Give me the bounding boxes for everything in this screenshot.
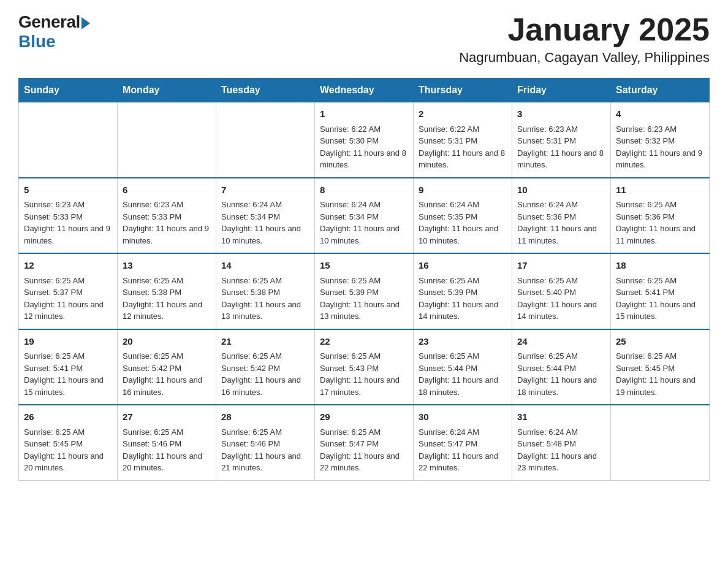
day-number: 11 [616,183,704,197]
page-title: January 2025 [459,12,710,47]
calendar-cell: 18Sunrise: 6:25 AM Sunset: 5:41 PM Dayli… [611,253,710,329]
calendar-cell: 29Sunrise: 6:25 AM Sunset: 5:47 PM Dayli… [315,405,414,480]
day-number: 17 [517,259,605,273]
calendar-cell: 21Sunrise: 6:25 AM Sunset: 5:42 PM Dayli… [216,329,315,405]
day-info: Sunrise: 6:24 AM Sunset: 5:36 PM Dayligh… [517,199,605,247]
calendar-cell: 10Sunrise: 6:24 AM Sunset: 5:36 PM Dayli… [512,178,611,254]
day-info: Sunrise: 6:25 AM Sunset: 5:37 PM Dayligh… [24,275,112,323]
calendar-cell: 28Sunrise: 6:25 AM Sunset: 5:46 PM Dayli… [216,405,315,480]
calendar-cell [118,102,216,178]
calendar-cell [19,102,118,178]
logo-blue-text: Blue [18,32,56,52]
calendar-cell: 13Sunrise: 6:25 AM Sunset: 5:38 PM Dayli… [118,253,216,329]
calendar-cell: 16Sunrise: 6:25 AM Sunset: 5:39 PM Dayli… [414,253,512,329]
calendar-cell: 19Sunrise: 6:25 AM Sunset: 5:41 PM Dayli… [19,329,118,405]
day-info: Sunrise: 6:24 AM Sunset: 5:35 PM Dayligh… [419,199,507,247]
calendar-week-1: 1Sunrise: 6:22 AM Sunset: 5:30 PM Daylig… [19,102,710,178]
day-number: 29 [320,410,408,424]
day-number: 30 [419,410,507,424]
calendar-cell [216,102,315,178]
title-block: January 2025 Nagrumbuan, Cagayan Valley,… [459,12,710,66]
day-info: Sunrise: 6:25 AM Sunset: 5:41 PM Dayligh… [616,275,704,323]
calendar-cell: 27Sunrise: 6:25 AM Sunset: 5:46 PM Dayli… [118,405,216,480]
calendar-week-3: 12Sunrise: 6:25 AM Sunset: 5:37 PM Dayli… [19,253,710,329]
day-info: Sunrise: 6:22 AM Sunset: 5:30 PM Dayligh… [320,123,408,171]
day-info: Sunrise: 6:24 AM Sunset: 5:47 PM Dayligh… [419,426,507,474]
day-number: 20 [123,335,211,349]
calendar-header-sunday: Sunday [19,79,118,102]
day-info: Sunrise: 6:23 AM Sunset: 5:32 PM Dayligh… [616,123,704,171]
calendar-cell [611,405,710,480]
day-number: 4 [616,107,704,121]
logo: General Blue [18,12,90,52]
calendar-cell: 3Sunrise: 6:23 AM Sunset: 5:31 PM Daylig… [512,102,611,178]
calendar-week-4: 19Sunrise: 6:25 AM Sunset: 5:41 PM Dayli… [19,329,710,405]
calendar-cell: 30Sunrise: 6:24 AM Sunset: 5:47 PM Dayli… [414,405,512,480]
day-number: 19 [24,335,112,349]
logo-arrow-icon [82,17,90,29]
day-number: 22 [320,335,408,349]
day-info: Sunrise: 6:25 AM Sunset: 5:44 PM Dayligh… [517,350,605,398]
calendar-week-5: 26Sunrise: 6:25 AM Sunset: 5:45 PM Dayli… [19,405,710,480]
day-number: 24 [517,335,605,349]
day-info: Sunrise: 6:25 AM Sunset: 5:36 PM Dayligh… [616,199,704,247]
calendar-cell: 8Sunrise: 6:24 AM Sunset: 5:34 PM Daylig… [315,178,414,254]
day-number: 15 [320,259,408,273]
calendar-header-saturday: Saturday [611,79,710,102]
day-number: 23 [419,335,507,349]
page-location: Nagrumbuan, Cagayan Valley, Philippines [459,50,710,66]
calendar-cell: 6Sunrise: 6:23 AM Sunset: 5:33 PM Daylig… [118,178,216,254]
calendar-header-row: SundayMondayTuesdayWednesdayThursdayFrid… [19,79,710,102]
day-number: 7 [221,183,309,197]
day-number: 6 [123,183,211,197]
day-number: 3 [517,107,605,121]
calendar-week-2: 5Sunrise: 6:23 AM Sunset: 5:33 PM Daylig… [19,178,710,254]
day-number: 12 [24,259,112,273]
calendar-cell: 5Sunrise: 6:23 AM Sunset: 5:33 PM Daylig… [19,178,118,254]
day-info: Sunrise: 6:23 AM Sunset: 5:33 PM Dayligh… [24,199,112,247]
calendar-cell: 17Sunrise: 6:25 AM Sunset: 5:40 PM Dayli… [512,253,611,329]
calendar-cell: 24Sunrise: 6:25 AM Sunset: 5:44 PM Dayli… [512,329,611,405]
day-info: Sunrise: 6:25 AM Sunset: 5:45 PM Dayligh… [24,426,112,474]
day-number: 10 [517,183,605,197]
calendar-cell: 23Sunrise: 6:25 AM Sunset: 5:44 PM Dayli… [414,329,512,405]
day-number: 14 [221,259,309,273]
day-number: 8 [320,183,408,197]
calendar-cell: 9Sunrise: 6:24 AM Sunset: 5:35 PM Daylig… [414,178,512,254]
day-info: Sunrise: 6:25 AM Sunset: 5:38 PM Dayligh… [221,275,309,323]
calendar-header-friday: Friday [512,79,611,102]
calendar-cell: 2Sunrise: 6:22 AM Sunset: 5:31 PM Daylig… [414,102,512,178]
calendar-cell: 22Sunrise: 6:25 AM Sunset: 5:43 PM Dayli… [315,329,414,405]
calendar-cell: 11Sunrise: 6:25 AM Sunset: 5:36 PM Dayli… [611,178,710,254]
calendar-cell: 15Sunrise: 6:25 AM Sunset: 5:39 PM Dayli… [315,253,414,329]
day-info: Sunrise: 6:25 AM Sunset: 5:39 PM Dayligh… [419,275,507,323]
day-info: Sunrise: 6:25 AM Sunset: 5:46 PM Dayligh… [123,426,211,474]
day-number: 9 [419,183,507,197]
day-number: 13 [123,259,211,273]
day-info: Sunrise: 6:25 AM Sunset: 5:42 PM Dayligh… [123,350,211,398]
calendar-header-tuesday: Tuesday [216,79,315,102]
day-number: 1 [320,107,408,121]
day-info: Sunrise: 6:25 AM Sunset: 5:45 PM Dayligh… [616,350,704,398]
calendar-cell: 26Sunrise: 6:25 AM Sunset: 5:45 PM Dayli… [19,405,118,480]
day-info: Sunrise: 6:24 AM Sunset: 5:48 PM Dayligh… [517,426,605,474]
calendar-cell: 25Sunrise: 6:25 AM Sunset: 5:45 PM Dayli… [611,329,710,405]
calendar-cell: 20Sunrise: 6:25 AM Sunset: 5:42 PM Dayli… [118,329,216,405]
day-number: 25 [616,335,704,349]
calendar-cell: 14Sunrise: 6:25 AM Sunset: 5:38 PM Dayli… [216,253,315,329]
calendar-header-thursday: Thursday [414,79,512,102]
calendar-cell: 12Sunrise: 6:25 AM Sunset: 5:37 PM Dayli… [19,253,118,329]
day-info: Sunrise: 6:23 AM Sunset: 5:31 PM Dayligh… [517,123,605,171]
day-info: Sunrise: 6:25 AM Sunset: 5:46 PM Dayligh… [221,426,309,474]
day-number: 18 [616,259,704,273]
day-info: Sunrise: 6:25 AM Sunset: 5:47 PM Dayligh… [320,426,408,474]
calendar-cell: 31Sunrise: 6:24 AM Sunset: 5:48 PM Dayli… [512,405,611,480]
day-number: 27 [123,410,211,424]
day-info: Sunrise: 6:24 AM Sunset: 5:34 PM Dayligh… [221,199,309,247]
day-info: Sunrise: 6:24 AM Sunset: 5:34 PM Dayligh… [320,199,408,247]
day-number: 31 [517,410,605,424]
day-info: Sunrise: 6:25 AM Sunset: 5:42 PM Dayligh… [221,350,309,398]
calendar-cell: 7Sunrise: 6:24 AM Sunset: 5:34 PM Daylig… [216,178,315,254]
calendar-table: SundayMondayTuesdayWednesdayThursdayFrid… [18,78,710,481]
day-info: Sunrise: 6:25 AM Sunset: 5:44 PM Dayligh… [419,350,507,398]
